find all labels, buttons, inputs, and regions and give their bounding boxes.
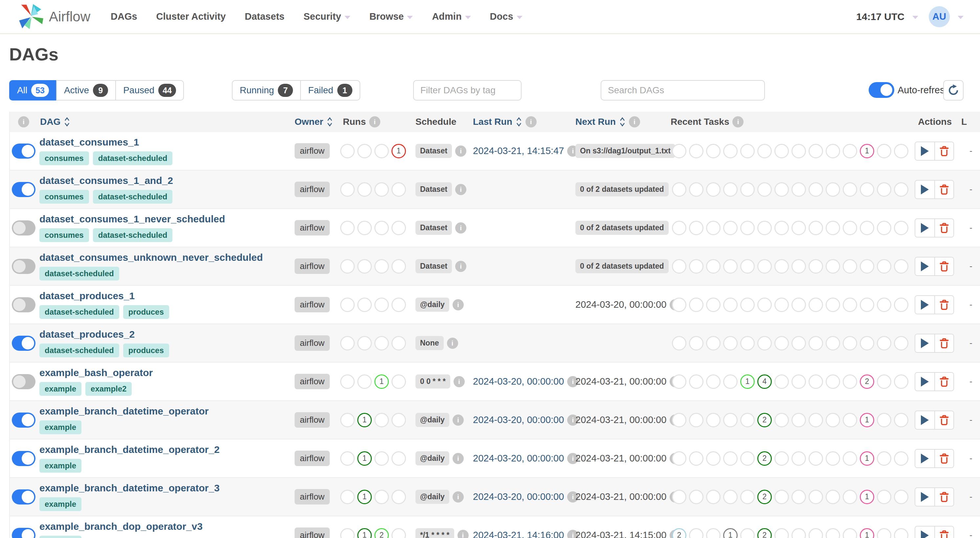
run-circle-failed[interactable] (391, 490, 406, 504)
dag-tag[interactable]: consumes (40, 151, 89, 165)
task-circle-up_for_reschedule[interactable] (826, 413, 840, 427)
run-circle-success[interactable] (357, 374, 372, 389)
task-circle-restarting[interactable] (775, 259, 789, 274)
task-circle-none[interactable] (672, 221, 686, 235)
run-circle-queued[interactable] (340, 336, 355, 350)
task-circle-scheduled[interactable] (706, 221, 721, 235)
task-circle-running[interactable] (740, 490, 755, 504)
task-circle-success[interactable] (757, 336, 772, 350)
task-circle-failed[interactable] (791, 490, 806, 504)
trigger-dag-button[interactable] (915, 142, 934, 160)
task-circle-up_for_retry[interactable] (808, 182, 823, 197)
task-circle-none[interactable] (672, 490, 686, 504)
run-circle-running[interactable] (374, 259, 389, 274)
task-circle-success[interactable] (757, 298, 772, 312)
task-circle-upstream_failed[interactable] (843, 451, 857, 466)
task-circle-up_for_retry[interactable] (808, 298, 823, 312)
run-circle-running[interactable] (374, 451, 389, 466)
run-circle-success[interactable] (357, 336, 372, 350)
task-circle-shutdown[interactable] (894, 451, 908, 466)
task-circle-scheduled[interactable] (706, 374, 721, 389)
task-circle-none[interactable] (672, 336, 686, 350)
task-circle-queued[interactable]: 1 (723, 528, 738, 538)
task-circle-success[interactable] (757, 259, 772, 274)
dag-pause-toggle[interactable] (12, 259, 35, 274)
task-circle-shutdown[interactable] (894, 490, 908, 504)
dag-name-link[interactable]: dataset_consumes_1_never_scheduled (40, 213, 225, 224)
task-circle-skipped[interactable] (860, 336, 874, 350)
owner-badge[interactable]: airflow (294, 297, 330, 312)
owner-badge[interactable]: airflow (294, 220, 330, 236)
filter-running-tab[interactable]: Running7 (232, 80, 301, 100)
nav-item-admin[interactable]: Admin (432, 11, 471, 22)
task-circle-deferred[interactable] (877, 528, 891, 538)
trigger-dag-button[interactable] (915, 488, 934, 506)
delete-dag-button[interactable] (934, 373, 953, 390)
task-circle-failed[interactable] (791, 259, 806, 274)
run-circle-success[interactable]: 1 (357, 413, 372, 427)
last-run-link[interactable]: 2024-03-20, 00:00:00 (473, 414, 564, 425)
run-circle-success[interactable] (357, 182, 372, 197)
search-input[interactable] (601, 80, 765, 100)
filter-active-tab[interactable]: Active9 (56, 80, 116, 100)
task-circle-restarting[interactable] (775, 490, 789, 504)
task-circle-running[interactable] (740, 528, 755, 538)
task-circle-running[interactable] (740, 451, 755, 466)
dag-tag[interactable]: example (40, 536, 81, 538)
task-circle-skipped[interactable]: 1 (860, 451, 874, 466)
filter-failed-tab[interactable]: Failed1 (300, 80, 360, 100)
task-circle-failed[interactable] (791, 413, 806, 427)
task-circle-up_for_retry[interactable] (808, 336, 823, 350)
dag-name-link[interactable]: example_bash_operator (40, 367, 153, 378)
task-circle-running[interactable] (740, 259, 755, 274)
task-circle-restarting[interactable] (775, 374, 789, 389)
task-circle-upstream_failed[interactable] (843, 144, 857, 158)
dag-pause-toggle[interactable] (12, 528, 35, 538)
task-circle-queued[interactable] (723, 182, 738, 197)
task-circle-skipped[interactable] (860, 221, 874, 235)
run-circle-success[interactable] (357, 298, 372, 312)
task-circle-success[interactable] (757, 221, 772, 235)
task-circle-queued[interactable] (723, 336, 738, 350)
task-circle-none[interactable] (672, 182, 686, 197)
trigger-dag-button[interactable] (915, 258, 934, 275)
task-circle-shutdown[interactable] (894, 221, 908, 235)
run-circle-running[interactable]: 2 (374, 528, 389, 538)
task-circle-none[interactable] (672, 259, 686, 274)
task-circle-shutdown[interactable] (894, 182, 908, 197)
task-circle-skipped[interactable]: 2 (860, 374, 874, 389)
last-run-link[interactable]: 2024-03-21, 14:15:47 (473, 145, 564, 156)
task-circle-queued[interactable] (723, 374, 738, 389)
run-circle-success[interactable]: 1 (357, 490, 372, 504)
task-circle-upstream_failed[interactable] (843, 221, 857, 235)
task-circle-failed[interactable] (791, 336, 806, 350)
dag-tag[interactable]: example (40, 382, 81, 396)
task-circle-success[interactable] (757, 144, 772, 158)
task-circle-restarting[interactable] (775, 144, 789, 158)
dag-name-link[interactable]: dataset_consumes_unknown_never_scheduled (40, 252, 263, 263)
run-circle-failed[interactable] (391, 451, 406, 466)
task-circle-none[interactable] (672, 298, 686, 312)
task-circle-removed[interactable] (689, 490, 703, 504)
trigger-dag-button[interactable] (915, 219, 934, 237)
task-circle-up_for_retry[interactable] (808, 259, 823, 274)
task-circle-running[interactable]: 1 (740, 374, 755, 389)
task-circle-scheduled[interactable] (706, 336, 721, 350)
task-circle-up_for_reschedule[interactable] (826, 259, 840, 274)
task-circle-up_for_reschedule[interactable] (826, 298, 840, 312)
task-circle-up_for_reschedule[interactable] (826, 336, 840, 350)
run-circle-success[interactable]: 1 (357, 528, 372, 538)
task-circle-restarting[interactable] (775, 182, 789, 197)
task-circle-running[interactable] (740, 144, 755, 158)
task-circle-scheduled[interactable] (706, 413, 721, 427)
airflow-logo[interactable]: Airflow (18, 3, 90, 30)
run-circle-success[interactable]: 1 (357, 451, 372, 466)
task-circle-running[interactable] (740, 182, 755, 197)
task-circle-up_for_reschedule[interactable] (826, 144, 840, 158)
task-circle-skipped[interactable]: 1 (860, 528, 874, 538)
dag-name-link[interactable]: example_branch_datetime_operator (40, 406, 208, 417)
dag-pause-toggle[interactable] (12, 297, 35, 312)
dag-tag[interactable]: produces (123, 344, 169, 357)
owner-badge[interactable]: airflow (294, 527, 330, 538)
avatar[interactable]: AU (929, 6, 950, 27)
